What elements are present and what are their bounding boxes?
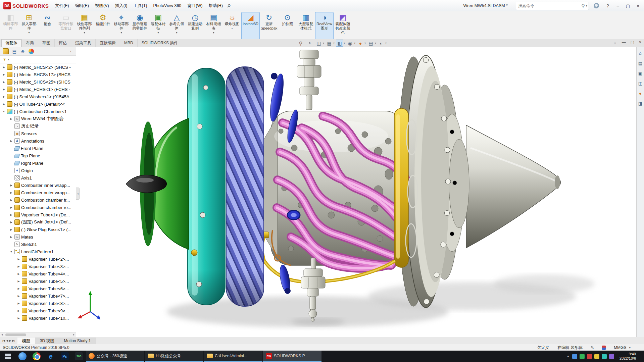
expand-arrow-icon[interactable]: ▶: [2, 95, 6, 98]
tray-icon[interactable]: [580, 354, 585, 359]
menu-item[interactable]: 插入(I): [112, 0, 131, 11]
menu-item[interactable]: 帮助(H): [205, 0, 226, 11]
quick-launch-item[interactable]: [15, 351, 30, 362]
sheet-nav-icon[interactable]: |◀: [2, 339, 5, 342]
quick-launch-item[interactable]: 360: [72, 351, 86, 362]
tree-item[interactable]: ▶ Combustion chamber re...: [0, 204, 76, 211]
tree-horizontal-scrollbar[interactable]: ◂ ▸: [0, 332, 76, 337]
tree-item[interactable]: ▶ Vaporiser Tube<8>...: [0, 300, 76, 307]
zoom-fit-icon[interactable]: ⚲: [297, 40, 304, 47]
tree-item[interactable]: ▶ Combuster inner wrapp...: [0, 182, 76, 189]
expand-arrow-icon[interactable]: ▶: [9, 140, 13, 143]
filter-icon[interactable]: ▼: [3, 57, 6, 61]
quick-launch-item[interactable]: e: [44, 351, 58, 362]
dropdown-arrow-icon[interactable]: ▾: [323, 42, 324, 45]
compressor-blades[interactable]: [226, 67, 264, 306]
command-tab[interactable]: 直接编辑: [96, 39, 120, 47]
hide-show-items-icon[interactable]: ◉: [346, 40, 354, 47]
taskbar-app-button[interactable]: 公众号 - 360极速...: [86, 351, 144, 362]
pin-menu-icon[interactable]: ⚲: [226, 3, 232, 8]
graphics-viewport[interactable]: ◂: [76, 47, 636, 337]
menu-item[interactable]: 文件(F): [52, 0, 72, 11]
tree-item[interactable]: ▶ (-) Metric_SHCS<2> (SHCS -: [0, 63, 76, 71]
tree-item[interactable]: Top Plane: [0, 152, 76, 159]
view-palette-icon[interactable]: ◫: [637, 80, 643, 86]
close-button[interactable]: ×: [633, 1, 643, 10]
command-search-input[interactable]: [517, 3, 581, 8]
command-tab[interactable]: 草图: [38, 39, 55, 47]
command-search[interactable]: ⚲ ▾: [516, 2, 589, 10]
expand-arrow-icon[interactable]: ▶: [17, 317, 20, 320]
expand-arrow-icon[interactable]: ▶: [9, 236, 13, 239]
featuremanager-tab-icon[interactable]: [3, 48, 9, 54]
expand-arrow-icon[interactable]: ▶: [9, 117, 13, 120]
ribbon-button[interactable]: ▤ 材料明细表 ▾: [204, 12, 223, 40]
user-account-icon[interactable]: [594, 3, 599, 8]
dropdown-arrow-icon[interactable]: ▾: [385, 42, 387, 45]
ribbon-button[interactable]: ⚙ 智能扣件: [94, 12, 112, 40]
ribbon-button[interactable]: ▭ 零部件预览窗口: [57, 12, 75, 40]
file-explorer-icon[interactable]: ▣: [637, 70, 643, 76]
tree-item[interactable]: ▶ Combuster outer wrapp...: [0, 189, 76, 196]
dropdown-arrow-icon[interactable]: ▾: [354, 42, 355, 45]
zoom-area-icon[interactable]: ⌖: [306, 40, 313, 47]
appearances-scenes-icon[interactable]: ●: [637, 90, 643, 96]
expand-arrow-icon[interactable]: ▶: [17, 258, 20, 261]
taskbar-app-button[interactable]: C:\Users\Admini...: [204, 351, 262, 362]
tree-item[interactable]: ◔ 历史记录: [0, 122, 76, 130]
tree-item[interactable]: ▶ (-) Glow Plug Boss<1> (...: [0, 226, 76, 233]
expand-arrow-icon[interactable]: ▶: [2, 81, 6, 84]
expand-arrow-icon[interactable]: ▶: [9, 191, 13, 194]
engine-3d-model[interactable]: [76, 47, 636, 337]
view-orientation-icon[interactable]: ▦: [326, 40, 333, 47]
apply-scene-icon[interactable]: ▤: [367, 40, 375, 47]
sheet-nav-icon[interactable]: ▶: [9, 339, 11, 342]
custom-properties-icon[interactable]: ◨: [637, 100, 643, 106]
edit-appearance-icon[interactable]: ●: [357, 40, 364, 47]
exhaust-cone[interactable]: [466, 125, 561, 248]
dropdown-arrow-icon[interactable]: ▾: [375, 42, 376, 45]
menu-item[interactable]: 窗口(W): [184, 0, 205, 11]
command-tab[interactable]: 评估: [55, 39, 71, 47]
ribbon-button[interactable]: ▣ 装配体特征 ▾: [149, 12, 167, 40]
dropdown-arrow-icon[interactable]: ▾: [344, 42, 345, 45]
tree-item[interactable]: ▼ LocalCirPattern1: [0, 248, 76, 255]
sheet-nav-icon[interactable]: ◀: [6, 339, 8, 342]
ribbon-button[interactable]: ☼ 爆炸视图 ▾: [223, 12, 241, 40]
tree-item[interactable]: ◉ Sensors: [0, 130, 76, 137]
design-library-icon[interactable]: ▤: [637, 60, 643, 66]
tray-expand-icon[interactable]: ▲: [566, 355, 569, 358]
tray-icon[interactable]: [572, 354, 577, 359]
ribbon-button[interactable]: ◢ Instant3D: [241, 12, 260, 40]
units-dropdown-icon[interactable]: ▾: [629, 346, 631, 349]
expand-arrow-icon[interactable]: ▶: [17, 295, 20, 298]
dropdown-arrow-icon[interactable]: ▾: [120, 31, 122, 34]
tree-item[interactable]: ▶ Vaporiser Tube<3>...: [0, 263, 76, 270]
sheet-nav-icon[interactable]: ▶|: [12, 339, 15, 342]
document-tab[interactable]: 模型: [17, 338, 35, 344]
combustion-chamber[interactable]: [263, 111, 405, 265]
dropdown-arrow-icon[interactable]: ▾: [84, 31, 85, 34]
dropdown-arrow-icon[interactable]: ▾: [28, 31, 30, 34]
tree-item[interactable]: ▶ (-) Seal Washer<1> (91545A: [0, 93, 76, 100]
ribbon-button[interactable]: ⊞ 插入零部件 ▾: [20, 12, 38, 40]
pane-resize-icon[interactable]: ↔: [613, 40, 617, 45]
minimize-button[interactable]: –: [613, 1, 623, 10]
tree-item[interactable]: ▶ Vaporiser Tube<2>...: [0, 255, 76, 263]
ribbon-button[interactable]: ⊙ 拍快照: [278, 12, 297, 40]
ribbon-button[interactable]: ▥ 大型装配体模式: [297, 12, 315, 40]
tree-item[interactable]: ▼ (-) Combustion Chamber<1: [0, 108, 76, 115]
command-tab[interactable]: MBD: [120, 39, 138, 47]
expand-arrow-icon[interactable]: ▶: [2, 73, 6, 76]
document-tab[interactable]: 3D 视图: [35, 338, 59, 344]
notification-icon[interactable]: [602, 346, 606, 350]
expand-arrow-icon[interactable]: ▶: [9, 221, 13, 224]
taskbar-app-button[interactable]: SW SOLIDWORKS P...: [263, 351, 321, 362]
taskbar-app-button[interactable]: H:\微信公众号: [145, 351, 203, 362]
ribbon-button[interactable]: △ 参考几何体 ▾: [167, 12, 186, 40]
tree-item[interactable]: ▶ (-) Metric_SHCS<17> (SHCS: [0, 71, 76, 78]
tree-item[interactable]: ▶ Combustion chamber fr...: [0, 196, 76, 204]
command-tab[interactable]: 渲染工具: [71, 39, 96, 47]
tray-icon[interactable]: [609, 354, 614, 359]
document-tab[interactable]: Motion Study 1: [59, 338, 96, 344]
